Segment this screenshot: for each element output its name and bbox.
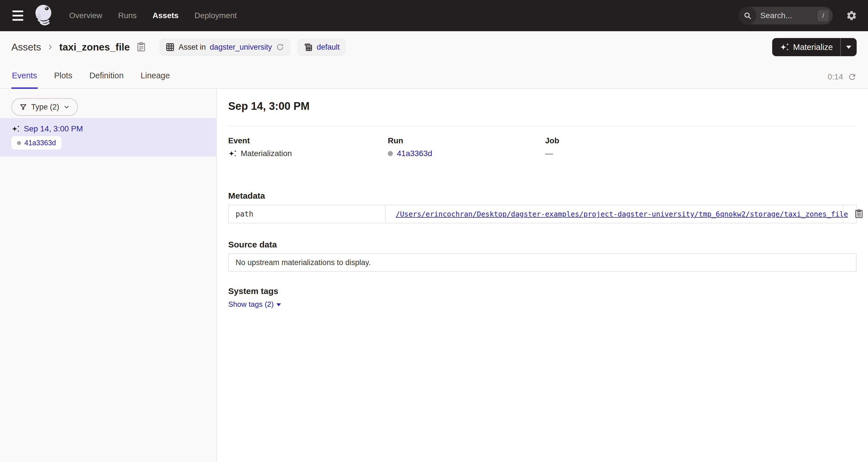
- nav-item-assets[interactable]: Assets: [153, 11, 179, 20]
- primary-nav: Overview Runs Assets Deployment: [69, 11, 237, 20]
- materialization-sparkle-icon: [11, 125, 20, 133]
- nav-item-overview[interactable]: Overview: [69, 11, 102, 20]
- copy-asset-name-icon[interactable]: [135, 41, 147, 53]
- reload-icon[interactable]: [276, 43, 284, 51]
- event-list-item[interactable]: Sep 14, 3:00 PM 41a3363d: [0, 118, 216, 157]
- event-type-label: Materialization: [241, 149, 292, 158]
- materialize-button[interactable]: Materialize: [772, 38, 840, 56]
- search-box[interactable]: /: [739, 7, 833, 24]
- event-column-header: Event: [228, 136, 388, 146]
- breadcrumb-row: Assets taxi_zones_file Asset in dagster_…: [0, 31, 868, 63]
- materialize-label: Materialize: [793, 42, 833, 52]
- refresh-icon[interactable]: [847, 73, 857, 82]
- run-id-link[interactable]: 41a3363d: [24, 139, 56, 147]
- tab-definition[interactable]: Definition: [89, 71, 124, 88]
- group-badge: default: [298, 38, 346, 56]
- asset-name: taxi_zones_file: [59, 41, 130, 53]
- tab-events[interactable]: Events: [11, 71, 38, 88]
- tab-plots[interactable]: Plots: [54, 71, 73, 88]
- refresh-countdown: 0:14: [828, 73, 843, 82]
- events-sidebar: Type (2) Sep 14, 3:00 PM 41a3363d: [0, 89, 217, 462]
- filter-icon: [19, 103, 27, 111]
- code-location-badge: Asset in dagster_university: [159, 38, 290, 56]
- show-tags-label: Show tags (2): [228, 300, 274, 309]
- run-status-dot: [17, 141, 21, 145]
- event-detail-panel: Sep 14, 3:00 PM Event Materialization Ru…: [217, 89, 868, 462]
- job-empty-value: —: [545, 149, 553, 158]
- system-tags-section: System tags Show tags (2): [228, 286, 857, 309]
- metadata-path-link[interactable]: /Users/erincochran/Desktop/dagster-examp…: [396, 210, 848, 218]
- table-icon: [165, 42, 175, 52]
- chevron-down-icon: [63, 104, 70, 110]
- run-id-pill[interactable]: 41a3363d: [11, 136, 62, 149]
- code-location-link[interactable]: dagster_university: [210, 43, 272, 52]
- search-icon: [739, 7, 756, 24]
- tab-lineage[interactable]: Lineage: [140, 71, 170, 88]
- materialize-split-button: Materialize: [772, 38, 857, 56]
- search-input[interactable]: [760, 11, 808, 20]
- event-timestamp-link[interactable]: Sep 14, 3:00 PM: [24, 124, 83, 134]
- materialization-sparkle-icon: [228, 149, 237, 157]
- chevron-right-icon: [47, 44, 54, 51]
- metadata-heading: Metadata: [228, 191, 857, 201]
- job-column-header: Job: [545, 136, 857, 146]
- tabs-row: Events Plots Definition Lineage 0:14: [0, 63, 868, 89]
- source-data-empty-message: No upstream materializations to display.: [228, 253, 857, 271]
- hamburger-menu-icon[interactable]: [10, 6, 28, 25]
- run-column-header: Run: [388, 136, 545, 146]
- metadata-section: Metadata path /Users/erincochran/Desktop…: [228, 191, 857, 223]
- slash-shortcut-badge: /: [817, 10, 829, 21]
- nav-item-deployment[interactable]: Deployment: [194, 11, 237, 20]
- metadata-table: path /Users/erincochran/Desktop/dagster-…: [228, 205, 857, 223]
- run-status-dot: [388, 151, 393, 156]
- content-area: Type (2) Sep 14, 3:00 PM 41a3363d: [0, 89, 868, 462]
- materialize-dropdown-button[interactable]: [841, 38, 857, 56]
- metadata-value-cell: /Users/erincochran/Desktop/dagster-examp…: [385, 205, 843, 223]
- dagster-logo[interactable]: [33, 4, 55, 28]
- materialization-sparkle-icon: [780, 42, 789, 52]
- event-title: Sep 14, 3:00 PM: [228, 99, 857, 113]
- type-filter-label: Type (2): [31, 103, 59, 112]
- asset-in-label: Asset in: [179, 43, 206, 52]
- group-icon: [304, 42, 313, 52]
- caret-down-icon: [846, 46, 851, 49]
- top-nav: Overview Runs Assets Deployment /: [0, 0, 868, 31]
- type-filter-button[interactable]: Type (2): [11, 98, 78, 116]
- breadcrumb-assets-link[interactable]: Assets: [11, 41, 41, 53]
- caret-down-icon: [276, 304, 281, 306]
- divider: [228, 126, 857, 126]
- gear-icon[interactable]: [846, 10, 857, 21]
- nav-item-runs[interactable]: Runs: [118, 11, 136, 20]
- source-data-heading: Source data: [228, 240, 857, 250]
- metadata-key-cell: path: [229, 205, 385, 223]
- group-link[interactable]: default: [317, 43, 340, 52]
- run-id-link[interactable]: 41a3363d: [397, 149, 432, 158]
- metadata-empty-cell: [843, 205, 856, 223]
- show-tags-toggle[interactable]: Show tags (2): [228, 300, 281, 309]
- source-data-section: Source data No upstream materializations…: [228, 240, 857, 271]
- system-tags-heading: System tags: [228, 286, 857, 296]
